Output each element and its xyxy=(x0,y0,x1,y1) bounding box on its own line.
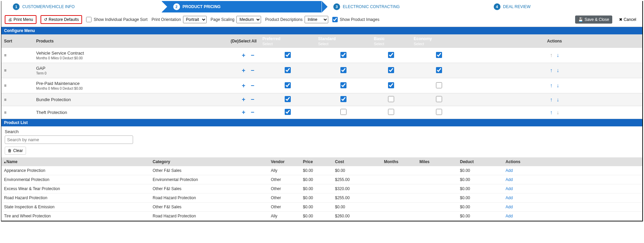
col-price[interactable]: Price xyxy=(300,157,332,166)
select-all-plus-icon[interactable]: + xyxy=(239,52,248,59)
deselect-all-minus-icon[interactable]: − xyxy=(248,109,257,116)
config-row: ≡ Theft Protection +− ↑ ↓ xyxy=(1,106,642,119)
cell-price: $0.00 xyxy=(300,212,332,221)
cell-vendor: Other xyxy=(268,175,300,184)
move-down-icon[interactable]: ↓ xyxy=(555,52,561,58)
package-checkbox[interactable] xyxy=(436,96,442,102)
cell-name: State Inspection & Emission xyxy=(1,203,150,212)
col-cost[interactable]: Cost xyxy=(332,157,381,166)
col-category[interactable]: Category xyxy=(150,157,268,166)
move-up-icon[interactable]: ↑ xyxy=(548,97,554,102)
package-checkbox[interactable] xyxy=(340,67,346,73)
package-checkbox[interactable] xyxy=(285,109,291,115)
package-checkbox[interactable] xyxy=(340,109,346,115)
col-deselect-all[interactable]: (De)Select All xyxy=(228,34,260,48)
show-individual-checkbox[interactable] xyxy=(86,17,92,22)
move-up-icon[interactable]: ↑ xyxy=(548,110,554,115)
show-images-toggle[interactable]: Show Product Images xyxy=(332,17,379,22)
pkg-name: Economy xyxy=(414,36,464,41)
print-menu-button[interactable]: 🖨 Print Menu xyxy=(5,15,36,24)
restore-defaults-button[interactable]: ↺ Restore Defaults xyxy=(41,15,82,24)
deselect-all-minus-icon[interactable]: − xyxy=(248,82,257,89)
cell-miles xyxy=(417,203,457,212)
product-name: Pre-Paid Maintenance xyxy=(36,81,225,86)
package-checkbox[interactable] xyxy=(388,82,394,88)
col-vendor[interactable]: Vendor xyxy=(268,157,300,166)
list-row: Appearance Protection Other F&I Sales Al… xyxy=(1,166,642,175)
package-checkbox[interactable] xyxy=(436,109,442,115)
col-name[interactable]: Name xyxy=(1,157,150,166)
list-row: Road Hazard Protection Road Hazard Prote… xyxy=(1,193,642,203)
package-checkbox[interactable] xyxy=(388,52,394,58)
move-up-icon: ↑ xyxy=(548,52,554,58)
save-close-button[interactable]: 💾 Save & Close xyxy=(575,16,612,24)
cancel-button[interactable]: ✖ Cancel xyxy=(616,16,639,23)
move-down-icon[interactable]: ↓ xyxy=(555,83,561,88)
drag-handle-icon[interactable]: ≡ xyxy=(4,97,6,102)
drag-handle-icon[interactable]: ≡ xyxy=(4,68,6,73)
package-checkbox[interactable] xyxy=(285,52,291,58)
cell-name: Environmental Protection xyxy=(1,175,150,184)
add-link[interactable]: Add xyxy=(506,214,513,218)
package-checkbox[interactable] xyxy=(436,67,442,73)
config-row: ≡ Vehicle Service ContractMonths 0 Miles… xyxy=(1,48,642,63)
move-up-icon[interactable]: ↑ xyxy=(548,67,554,73)
package-checkbox[interactable] xyxy=(340,52,346,58)
cell-price: $0.00 xyxy=(300,166,332,175)
show-individual-sort-toggle[interactable]: Show Individual Package Sort xyxy=(86,17,147,22)
show-images-checkbox[interactable] xyxy=(332,17,338,22)
col-package-basic[interactable]: Basic Select xyxy=(371,34,411,48)
step-number: 3 xyxy=(333,3,340,10)
package-checkbox[interactable] xyxy=(436,82,442,88)
package-checkbox[interactable] xyxy=(285,67,291,73)
move-down-icon[interactable]: ↓ xyxy=(555,97,561,102)
print-orientation-label: Print Orientation xyxy=(152,17,181,22)
list-row: Tire and Wheel Protection Road Hazard Pr… xyxy=(1,212,642,221)
deselect-all-minus-icon[interactable]: − xyxy=(248,52,257,59)
select-all-plus-icon[interactable]: + xyxy=(239,82,248,89)
deselect-all-minus-icon[interactable]: − xyxy=(248,96,257,103)
add-link[interactable]: Add xyxy=(506,195,513,200)
step-customer-vehicle[interactable]: 1 CUSTOMER/VEHICLE INFO xyxy=(1,1,162,12)
col-package-standard[interactable]: Standard Select xyxy=(315,34,371,48)
package-checkbox[interactable] xyxy=(340,96,346,102)
move-down-icon[interactable]: ↓ xyxy=(555,67,561,73)
step-deal-review[interactable]: 4 DEAL REVIEW xyxy=(482,1,643,12)
page-scaling-select[interactable]: Medium xyxy=(236,16,261,23)
drag-handle-icon[interactable]: ≡ xyxy=(4,83,6,88)
col-months[interactable]: Months xyxy=(381,157,417,166)
package-checkbox[interactable] xyxy=(388,96,394,102)
move-up-icon[interactable]: ↑ xyxy=(548,83,554,88)
cell-months xyxy=(381,175,417,184)
print-orientation-select[interactable]: Portrait xyxy=(183,16,207,23)
clear-button[interactable]: 🗑 Clear xyxy=(5,147,26,155)
add-link[interactable]: Add xyxy=(506,168,513,173)
product-desc-select[interactable]: Inline xyxy=(305,16,328,23)
show-images-label: Show Product Images xyxy=(340,17,379,22)
col-package-economy[interactable]: Economy Select xyxy=(411,34,467,48)
drag-handle-icon[interactable]: ≡ xyxy=(4,110,6,115)
package-checkbox[interactable] xyxy=(285,82,291,88)
drag-handle-icon[interactable]: ≡ xyxy=(4,53,6,58)
select-all-plus-icon[interactable]: + xyxy=(239,67,248,74)
package-checkbox[interactable] xyxy=(285,96,291,102)
add-link[interactable]: Add xyxy=(506,177,513,182)
select-all-plus-icon[interactable]: + xyxy=(239,96,248,103)
product-subtext: Months 0 Miles 0 Deduct $0.00 xyxy=(36,87,225,90)
search-input[interactable] xyxy=(5,135,133,144)
col-miles[interactable]: Miles xyxy=(417,157,457,166)
add-link[interactable]: Add xyxy=(506,205,513,209)
add-link[interactable]: Add xyxy=(506,186,513,191)
col-deduct[interactable]: Deduct xyxy=(457,157,503,166)
col-package-preferred[interactable]: Preferred Select xyxy=(260,34,315,48)
step-electronic-contracting[interactable]: 3 ELECTRONIC CONTRACTING xyxy=(322,1,482,12)
step-product-pricing[interactable]: 2 PRODUCT PRICING xyxy=(162,1,322,12)
package-checkbox[interactable] xyxy=(388,109,394,115)
cell-category: Road Hazard Protection xyxy=(150,212,268,221)
config-row: ≡ Pre-Paid MaintenanceMonths 0 Miles 0 D… xyxy=(1,78,642,93)
select-all-plus-icon[interactable]: + xyxy=(239,109,248,116)
package-checkbox[interactable] xyxy=(436,52,442,58)
package-checkbox[interactable] xyxy=(340,82,346,88)
package-checkbox[interactable] xyxy=(388,67,394,73)
deselect-all-minus-icon[interactable]: − xyxy=(248,67,257,74)
